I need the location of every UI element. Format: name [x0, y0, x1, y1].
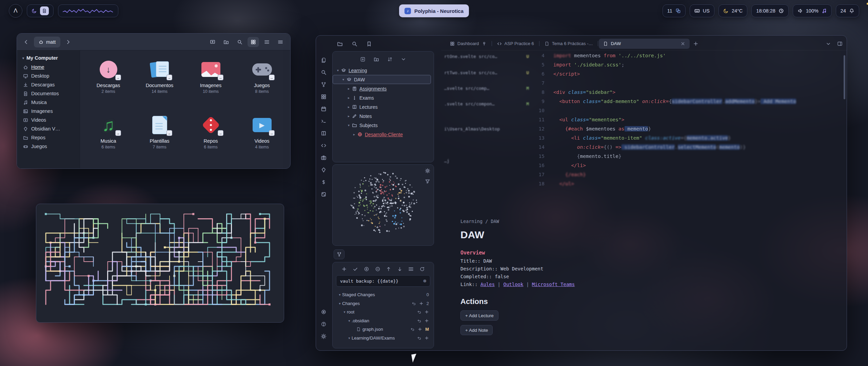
- activity-graph-pill[interactable]: [58, 4, 118, 17]
- workspaces-pill[interactable]: 11: [663, 4, 686, 17]
- weather-pill[interactable]: 24°C: [718, 4, 747, 17]
- tree-item-subjects[interactable]: ▾ Subjects: [333, 121, 431, 130]
- git-dn-icon[interactable]: [397, 266, 402, 272]
- git-row-obsidian[interactable]: ▾ .obsidian: [336, 317, 430, 325]
- gear-icon[interactable]: [320, 333, 327, 340]
- link-outlook[interactable]: Outlook: [503, 282, 523, 287]
- sort-icon[interactable]: [387, 57, 393, 62]
- git-refresh-icon[interactable]: [419, 266, 425, 272]
- sidebar-item-musica[interactable]: Musica: [20, 98, 77, 107]
- clear-icon[interactable]: ⊗: [423, 278, 426, 284]
- book-icon[interactable]: [320, 130, 327, 137]
- bookmark-tab-icon[interactable]: [366, 41, 372, 47]
- files-icon[interactable]: [320, 57, 327, 63]
- notifications-pill[interactable]: 24: [836, 4, 859, 17]
- launcher-button[interactable]: Λ: [9, 4, 22, 18]
- search-tab-icon[interactable]: [352, 41, 357, 47]
- sidebar-item-descargas[interactable]: Descargas: [20, 80, 77, 89]
- git-minuscirc-icon[interactable]: [375, 266, 380, 272]
- list-view-button[interactable]: [261, 37, 273, 47]
- discard-icon[interactable]: [417, 336, 421, 340]
- sidebar-header[interactable]: ▾ My Computer: [20, 53, 77, 63]
- terminal-icon[interactable]: [320, 118, 327, 124]
- git-row-changes[interactable]: ▾ Changes 2: [336, 299, 430, 308]
- folder-tab-icon[interactable]: [337, 41, 343, 47]
- tab-tema-6-pr-cticas[interactable]: Tema 6 Prácticas -…: [540, 39, 597, 49]
- graph-filter-icon[interactable]: [425, 179, 430, 184]
- tab-dashboard[interactable]: Dashboard: [446, 39, 491, 49]
- discard-icon[interactable]: [417, 310, 421, 314]
- dollar-icon[interactable]: [320, 179, 327, 185]
- code-icon[interactable]: [320, 142, 327, 149]
- tab-dropdown-icon[interactable]: [826, 41, 831, 46]
- tree-item-lectures[interactable]: ▸ Lectures: [333, 102, 431, 111]
- folder-documentos[interactable]: → Documentos 14 items: [134, 55, 185, 111]
- now-playing-pill[interactable]: ♪ Polyphia - Neurotica: [399, 4, 469, 17]
- calendar-icon[interactable]: [320, 105, 327, 112]
- tree-item-notes[interactable]: ▸ Notes: [333, 111, 431, 121]
- new-folder-button[interactable]: [220, 37, 232, 47]
- record-icon[interactable]: [320, 308, 327, 315]
- folder-descargas[interactable]: ↓→ Descargas 2 items: [83, 55, 134, 111]
- sidebar-item-imagenes[interactable]: Imagenes: [20, 107, 77, 116]
- grid-icon[interactable]: [320, 93, 327, 100]
- folder-plantillas[interactable]: → Plantillas 7 items: [134, 111, 185, 166]
- git-row-root[interactable]: ▾ root: [336, 308, 430, 317]
- git-up-icon[interactable]: [386, 266, 391, 272]
- tree-item-assignments[interactable]: ▸ Assignments: [333, 84, 431, 93]
- toggle-sidebar-icon[interactable]: [837, 41, 843, 46]
- tree-item-exams[interactable]: ▸ Exams: [333, 93, 431, 102]
- forward-button[interactable]: [63, 37, 73, 47]
- breadcrumb[interactable]: matt: [34, 37, 60, 47]
- search-button[interactable]: [234, 37, 245, 47]
- fork-icon[interactable]: [320, 81, 327, 88]
- sidebar-item-home[interactable]: Home: [20, 63, 77, 72]
- git-fork-button[interactable]: [334, 249, 344, 259]
- git-row-graph-json[interactable]: graph.json M: [336, 325, 430, 334]
- stage-icon[interactable]: [419, 301, 423, 306]
- notes-shortcut-button[interactable]: [40, 6, 49, 15]
- tree-item-learning[interactable]: ▾ Learning: [333, 66, 431, 75]
- git-listview-icon[interactable]: [408, 266, 414, 272]
- clock-pill[interactable]: 18:08:28: [751, 4, 788, 17]
- preview-button[interactable]: [207, 37, 218, 47]
- sidebar-item-juegos[interactable]: Juegos: [20, 142, 77, 151]
- close-icon[interactable]: [680, 41, 685, 46]
- git-pluscirc-icon[interactable]: [364, 266, 369, 272]
- stage-icon[interactable]: [425, 336, 429, 340]
- camera-icon[interactable]: [320, 154, 327, 161]
- sidebar-item-desktop[interactable]: Desktop: [20, 72, 77, 80]
- back-button[interactable]: [21, 37, 31, 47]
- folder-repos[interactable]: → Repos 6 items: [185, 111, 236, 166]
- note-breadcrumb[interactable]: Learning / DAW: [460, 219, 725, 224]
- dice-icon[interactable]: [320, 191, 327, 198]
- stage-icon[interactable]: [425, 310, 429, 314]
- sidebar-item-repos[interactable]: Repos: [20, 133, 77, 142]
- commit-message-input[interactable]: vault backup: {{date}} ⊗: [336, 275, 430, 287]
- help-icon[interactable]: [320, 321, 327, 327]
- tree-item-desarrollo-cliente[interactable]: ▸ Desarrollo-Cliente: [333, 130, 431, 139]
- stage-icon[interactable]: [418, 327, 422, 331]
- discard-icon[interactable]: [417, 319, 421, 323]
- discard-icon[interactable]: [410, 327, 415, 331]
- sidebar-item-documentos[interactable]: Documentos: [20, 89, 77, 98]
- folder-imagenes[interactable]: → Imagenes 10 items: [185, 55, 236, 111]
- sidebar-item-obsidian-v[interactable]: Obsidian V…: [20, 124, 77, 133]
- collapse-icon[interactable]: [401, 57, 406, 62]
- new-tab-button[interactable]: [693, 41, 698, 46]
- search-icon[interactable]: [320, 69, 327, 76]
- git-row-learning-daw-exams[interactable]: ▾ Learning/DAW/Exams: [336, 334, 430, 343]
- newnote-icon[interactable]: [360, 57, 366, 62]
- tab-asp-practice-6[interactable]: ASP Practice 6: [493, 39, 538, 49]
- link-microsoft-teams[interactable]: Microsoft Teams: [532, 282, 575, 287]
- scrollbar[interactable]: [844, 55, 845, 99]
- folder-videos[interactable]: ▶→ Videos 4 items: [236, 111, 288, 166]
- menu-button[interactable]: [275, 37, 286, 47]
- sidebar-item-videos[interactable]: Videos: [20, 116, 77, 124]
- add-note-button[interactable]: + Add Note: [460, 325, 493, 335]
- night-mode-icon[interactable]: [32, 8, 37, 14]
- graph-canvas[interactable]: [333, 165, 434, 245]
- folder-musica[interactable]: ♫→ Musica 6 items: [83, 111, 134, 166]
- add-lecture-button[interactable]: + Add Lecture: [460, 310, 498, 321]
- tree-item-daw[interactable]: ▾ DAW: [333, 75, 431, 84]
